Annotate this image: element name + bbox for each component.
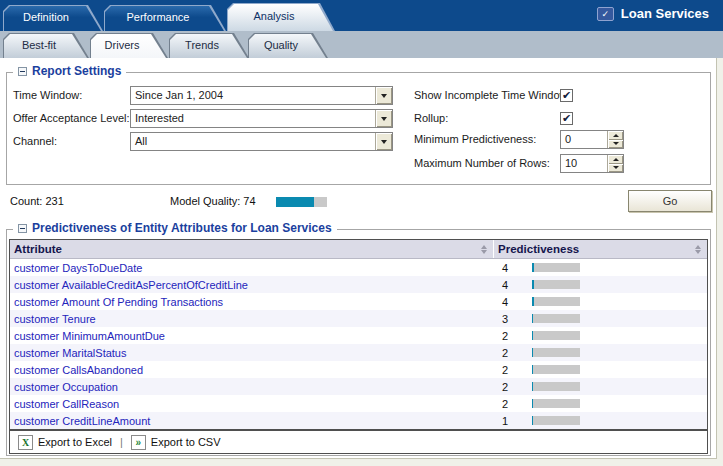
spinner-up-icon[interactable] [608,155,623,164]
predictiveness-bar-track [532,416,580,425]
export-to-excel-button[interactable]: X Export to Excel [18,435,112,450]
subtab-label: Drivers [90,33,168,57]
predictiveness-value: 2 [502,364,532,376]
table-row: customer MaritalStatus 2 [10,344,707,361]
rollup-checkbox[interactable]: ✔ [560,112,573,125]
predictiveness-legend: Predictiveness of Entity Attributes for … [13,221,337,235]
attribute-cell: customer AvailableCreditAsPercentOfCredi… [10,279,494,291]
top-banner: Definition Performance Analysis ✓ Loan S… [0,0,723,31]
predictiveness-bar-fill [532,297,534,306]
predictiveness-cell: 2 [494,381,707,393]
predictiveness-bar-fill [532,382,533,391]
attribute-cell: customer Tenure [10,313,494,325]
brand-title: Loan Services [621,6,709,21]
attribute-link[interactable]: customer Tenure [14,313,96,325]
predictiveness-column-header[interactable]: Predictiveness [494,240,707,258]
subtab-label: Trends [169,33,249,57]
attribute-cell: customer MaritalStatus [10,347,494,359]
footer-separator: | [120,436,123,448]
attribute-cell: customer DaysToDueDate [10,262,494,274]
tab-performance[interactable]: Performance [104,5,226,31]
attribute-link[interactable]: customer CallReason [14,398,119,410]
time-window-dropdown[interactable]: Since Jan 1, 2004 [130,86,393,105]
predictiveness-cell: 4 [494,262,707,274]
predictiveness-cell: 1 [494,415,707,427]
tab-label: Analysis [227,3,335,30]
predictiveness-bar-fill [532,331,533,340]
subtab-trends[interactable]: Trends [169,33,249,58]
predictiveness-value: 4 [502,279,532,291]
subtab-drivers[interactable]: Drivers [90,33,168,58]
subtab-quality[interactable]: Quality [248,33,328,58]
table-body: customer DaysToDueDate 4 customer Availa… [10,259,707,429]
predictiveness-value: 2 [502,347,532,359]
attribute-column-header[interactable]: Attribute [10,240,494,258]
table-row: customer CallsAbandoned 2 [10,361,707,378]
predictiveness-cell: 4 [494,296,707,308]
attribute-cell: customer MinimumAmountDue [10,330,494,342]
tab-definition[interactable]: Definition [3,5,103,31]
predictiveness-bar-track [532,263,580,272]
table-row: customer Amount Of Pending Transactions … [10,293,707,310]
channel-dropdown[interactable]: All [130,132,393,151]
max-rows-spinner[interactable]: 10 [560,154,624,173]
attribute-cell: customer Amount Of Pending Transactions [10,296,494,308]
tab-label: Performance [104,5,226,30]
loan-services-icon: ✓ [597,7,614,21]
legend-text: Report Settings [32,64,121,78]
dropdown-arrow-icon[interactable] [375,110,392,127]
predictiveness-value: 2 [502,381,532,393]
go-button[interactable]: Go [628,190,712,212]
brand: ✓ Loan Services [597,6,709,21]
table-row: customer Occupation 2 [10,378,707,395]
subtab-best-fit[interactable]: Best-fit [3,33,89,58]
table-header: Attribute Predictiveness [10,240,707,259]
offer-acceptance-dropdown[interactable]: Interested [130,109,393,128]
attribute-link[interactable]: customer MaritalStatus [14,347,126,359]
table-row: customer DaysToDueDate 4 [10,259,707,276]
predictiveness-bar-fill [532,348,533,357]
attribute-link[interactable]: customer DaysToDueDate [14,262,142,274]
sort-icon[interactable] [481,245,487,254]
predictiveness-bar-track [532,331,580,340]
spinner-value: 0 [561,131,607,148]
attribute-link[interactable]: customer Amount Of Pending Transactions [14,296,223,308]
predictiveness-cell: 4 [494,279,707,291]
attribute-link[interactable]: customer CreditLineAmount [14,415,150,427]
predictiveness-value: 4 [502,262,532,274]
spinner-down-icon[interactable] [608,164,623,173]
attribute-link[interactable]: customer AvailableCreditAsPercentOfCredi… [14,279,248,291]
subtab-bar: Best-fit Drivers Trends Quality [0,31,723,58]
show-incomplete-checkbox[interactable]: ✔ [560,89,573,102]
report-settings-legend: Report Settings [13,64,126,78]
collapse-icon[interactable] [18,224,27,233]
min-predictiveness-spinner[interactable]: 0 [560,130,624,149]
predictiveness-cell: 2 [494,398,707,410]
attribute-link[interactable]: customer MinimumAmountDue [14,330,165,342]
collapse-icon[interactable] [18,67,27,76]
sort-icon[interactable] [695,245,701,254]
predictiveness-cell: 2 [494,347,707,359]
dropdown-arrow-icon[interactable] [375,87,392,104]
attribute-link[interactable]: customer Occupation [14,381,118,393]
spinner-down-icon[interactable] [608,140,623,149]
min-predictiveness-label: Minimum Predictiveness: [414,130,536,149]
tab-analysis[interactable]: Analysis [227,3,335,31]
attribute-link[interactable]: customer CallsAbandoned [14,364,143,376]
predictiveness-value: 3 [502,313,532,325]
predictiveness-bar-fill [532,314,533,323]
table-footer: X Export to Excel | » Export to CSV [10,429,707,453]
table-row: customer AvailableCreditAsPercentOfCredi… [10,276,707,293]
predictiveness-bar-fill [532,399,533,408]
predictiveness-table: Attribute Predictiveness customer DaysTo… [9,239,708,454]
attribute-cell: customer CallsAbandoned [10,364,494,376]
report-settings-section: Report Settings Time Window: Since Jan 1… [6,72,711,185]
predictiveness-cell: 2 [494,364,707,376]
export-to-csv-button[interactable]: » Export to CSV [131,435,221,450]
predictiveness-value: 1 [502,415,532,427]
model-quality-bar-fill [276,197,314,207]
tab-label: Definition [3,5,103,30]
dropdown-arrow-icon[interactable] [375,133,392,150]
main-content: Report Settings Time Window: Since Jan 1… [0,58,717,459]
spinner-up-icon[interactable] [608,131,623,140]
